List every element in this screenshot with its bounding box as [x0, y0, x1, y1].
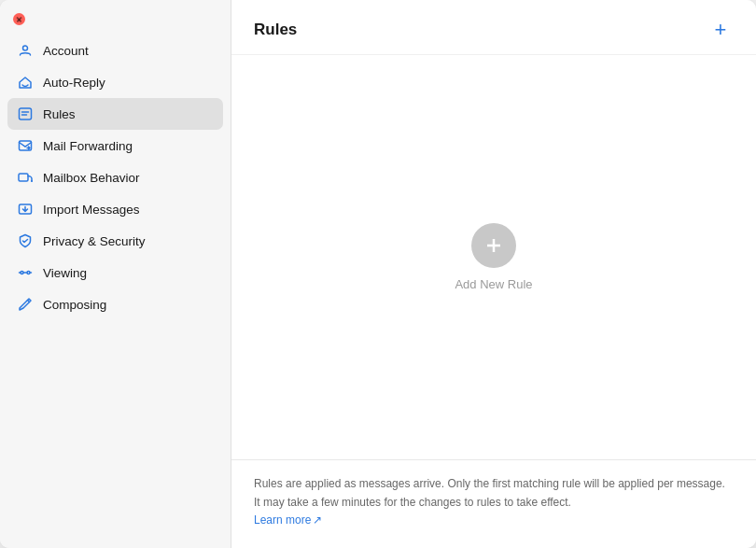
window-controls [0, 7, 231, 35]
main-panel: Rules + Add New Rule Rules are applied a… [231, 0, 756, 548]
sidebar-item-import-messages-label: Import Messages [43, 203, 140, 217]
page-title: Rules [254, 21, 297, 39]
footer-description-text: Rules are applied as messages arrive. On… [254, 477, 725, 508]
learn-more-label: Learn more [254, 512, 311, 529]
footer-description: Rules are applied as messages arrive. On… [254, 475, 734, 529]
sidebar-item-import-messages[interactable]: Import Messages [7, 193, 223, 225]
add-new-rule-circle-button[interactable] [471, 223, 516, 268]
svg-point-0 [23, 46, 28, 50]
import-messages-icon [17, 201, 34, 218]
sidebar-item-composing[interactable]: Composing [7, 288, 223, 320]
mail-forwarding-icon [17, 137, 34, 154]
viewing-icon [17, 264, 34, 281]
sidebar-item-composing-label: Composing [43, 298, 106, 312]
svg-rect-3 [19, 174, 28, 181]
account-icon [17, 42, 34, 59]
sidebar-item-mail-forwarding-label: Mail Forwarding [43, 139, 133, 153]
sidebar-item-auto-reply[interactable]: Auto-Reply [7, 66, 223, 98]
sidebar-item-rules-label: Rules [43, 107, 76, 121]
svg-point-4 [31, 180, 33, 182]
sidebar-item-viewing[interactable]: Viewing [7, 257, 223, 288]
learn-more-link[interactable]: Learn more ↗ [254, 512, 322, 529]
settings-window: Account Auto-Reply [0, 0, 756, 548]
main-header: Rules + [231, 0, 756, 55]
sidebar-item-mail-forwarding[interactable]: Mail Forwarding [7, 130, 223, 162]
sidebar-item-mailbox-behavior[interactable]: Mailbox Behavior [7, 162, 223, 193]
sidebar-item-rules[interactable]: Rules [7, 98, 223, 130]
sidebar-item-auto-reply-label: Auto-Reply [43, 76, 105, 90]
rules-footer: Rules are applied as messages arrive. On… [231, 459, 756, 548]
sidebar-item-mailbox-behavior-label: Mailbox Behavior [43, 171, 140, 185]
rules-empty-state: Add New Rule [231, 55, 756, 459]
privacy-security-icon [17, 232, 34, 249]
sidebar: Account Auto-Reply [0, 0, 231, 548]
sidebar-item-account-label: Account [43, 44, 89, 58]
close-button[interactable] [13, 13, 25, 25]
add-rule-plus-icon: + [715, 20, 727, 40]
sidebar-item-privacy-security[interactable]: Privacy & Security [7, 225, 223, 257]
sidebar-item-privacy-security-label: Privacy & Security [43, 234, 146, 248]
composing-icon [17, 296, 34, 313]
svg-rect-1 [20, 108, 32, 119]
plus-circle-icon [483, 234, 505, 257]
learn-more-arrow-icon: ↗ [313, 512, 322, 529]
add-rule-button[interactable]: + [707, 17, 734, 43]
sidebar-item-viewing-label: Viewing [43, 266, 87, 280]
mailbox-behavior-icon [17, 169, 34, 186]
rules-icon [17, 105, 34, 122]
auto-reply-icon [17, 74, 34, 91]
add-new-rule-label: Add New Rule [455, 277, 532, 291]
sidebar-item-account[interactable]: Account [7, 35, 223, 66]
sidebar-navigation: Account Auto-Reply [0, 35, 231, 320]
